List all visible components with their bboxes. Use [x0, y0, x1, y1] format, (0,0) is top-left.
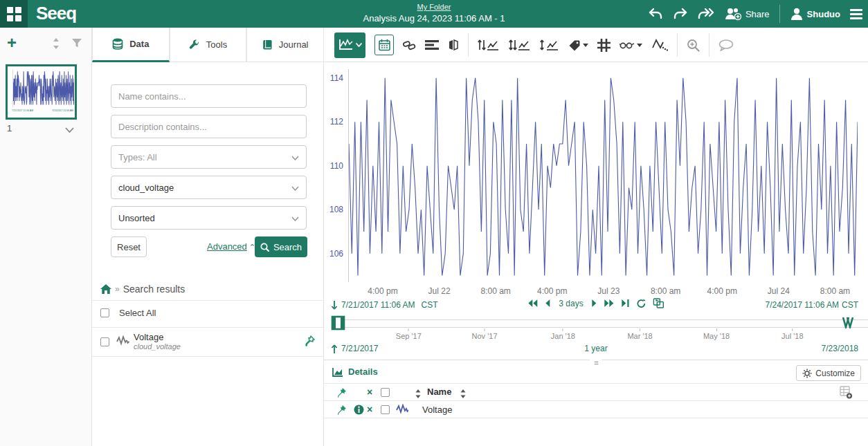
- details-select-all-checkbox[interactable]: [381, 388, 390, 397]
- info-icon[interactable]: [354, 405, 364, 418]
- y-axis-labels[interactable]: 106108110112114: [324, 69, 345, 282]
- compare-view-button[interactable]: [448, 39, 459, 50]
- calendar-icon: [379, 39, 390, 51]
- trend-chart[interactable]: [348, 69, 857, 282]
- tab-tools[interactable]: Tools: [170, 28, 247, 62]
- filter-worksheets-button[interactable]: [71, 38, 82, 52]
- pin-all-icon[interactable]: [336, 387, 347, 401]
- reset-button[interactable]: Reset: [111, 236, 147, 257]
- pin-icon[interactable]: [305, 335, 315, 349]
- chevron-down-icon: [583, 44, 588, 47]
- zoom-in-button[interactable]: [687, 39, 700, 52]
- one-lane-icon: [478, 39, 500, 51]
- calendar-button[interactable]: [374, 35, 394, 55]
- x-tick-label: Jul 22: [428, 286, 451, 296]
- search-button[interactable]: Search: [255, 236, 307, 257]
- add-worksheet-button[interactable]: +: [7, 33, 17, 53]
- home-icon[interactable]: [100, 284, 111, 294]
- labels-button[interactable]: [425, 39, 439, 50]
- remove-icon[interactable]: ×: [367, 404, 372, 415]
- splitter-handle-icon[interactable]: =: [590, 359, 602, 367]
- redo-button[interactable]: [673, 8, 688, 20]
- range-end[interactable]: 7/24/2017 11:06 AMCST: [765, 300, 858, 310]
- toolbar-row: + Data Tools Journal: [0, 28, 868, 62]
- tab-data-label: Data: [129, 39, 149, 49]
- data-search-panel: Types: All cloud_voltage Unsorted Reset …: [92, 62, 324, 446]
- timeline-tick: Nov '17: [472, 328, 498, 340]
- zoom-in-icon: [687, 39, 700, 52]
- panel-splitter[interactable]: =: [324, 360, 868, 360]
- chevron-down-icon: [356, 43, 362, 47]
- tab-journal-label: Journal: [279, 39, 309, 50]
- description-contains-input[interactable]: [111, 115, 307, 138]
- tag-dropdown-button[interactable]: [568, 39, 588, 51]
- pin-icon[interactable]: [336, 405, 347, 418]
- fast-forward-icon: [698, 8, 714, 20]
- chevron-down-icon: [291, 152, 299, 162]
- worksheet-number: 1: [7, 123, 12, 133]
- datasource-select[interactable]: cloud_voltage: [111, 176, 307, 199]
- step-back-full-button[interactable]: [527, 299, 538, 307]
- one-axis-icon: [509, 39, 531, 51]
- details-panel-header: Details: [332, 366, 378, 377]
- signal-icon: [116, 335, 129, 349]
- tab-data[interactable]: Data: [92, 28, 170, 62]
- sort-icon[interactable]: [415, 389, 422, 401]
- sort-worksheets-button[interactable]: [51, 37, 61, 53]
- one-axis-button[interactable]: [509, 39, 531, 51]
- gridlines-button[interactable]: [597, 39, 611, 52]
- link-button[interactable]: [403, 39, 416, 51]
- range-duration[interactable]: 3 days: [559, 299, 583, 308]
- worksheet-thumbnail[interactable]: 7/21/2017 11:06 AM7/24/2017 11:06 AM: [6, 64, 77, 120]
- refresh-button[interactable]: [637, 299, 647, 308]
- name-contains-input[interactable]: [111, 84, 307, 108]
- types-select[interactable]: Types: All: [111, 145, 307, 169]
- fast-forward-button[interactable]: [698, 8, 714, 20]
- details-row-voltage[interactable]: × Voltage: [324, 402, 868, 418]
- add-column-icon[interactable]: [840, 386, 853, 402]
- select-all-checkbox[interactable]: [100, 308, 109, 317]
- one-lane-button[interactable]: [478, 39, 500, 51]
- step-forward-full-button[interactable]: [604, 299, 615, 307]
- x-axis-labels[interactable]: 4:00 pmJul 228:00 am4:00 pmJul 238:00 am…: [348, 286, 857, 297]
- samples-button[interactable]: [651, 39, 668, 51]
- row-checkbox[interactable]: [381, 405, 390, 414]
- undo-button[interactable]: [648, 8, 663, 20]
- user-menu[interactable]: Shuduo: [790, 7, 840, 21]
- hamburger-menu-button[interactable]: [850, 9, 862, 19]
- name-column-header[interactable]: Name: [427, 387, 451, 397]
- step-to-end-button[interactable]: [622, 299, 630, 307]
- share-button[interactable]: Share: [724, 7, 770, 21]
- search-result-row-voltage[interactable]: Voltage cloud_voltage: [92, 328, 323, 356]
- step-back-button[interactable]: [545, 299, 550, 307]
- result-checkbox[interactable]: [100, 337, 109, 346]
- tab-journal[interactable]: Journal: [246, 28, 324, 62]
- sort-order-select[interactable]: Unsorted: [111, 206, 307, 230]
- timeline-track[interactable]: [334, 319, 868, 328]
- timeline-end[interactable]: 7/23/2018: [822, 344, 858, 353]
- trend-view-dropdown-button[interactable]: [334, 32, 365, 58]
- timeline-start[interactable]: 7/21/2017: [331, 344, 378, 353]
- breadcrumb[interactable]: My Folder: [417, 3, 451, 11]
- range-step-controls: 3 days: [527, 298, 664, 308]
- remove-all-icon[interactable]: ×: [367, 387, 372, 398]
- customize-button[interactable]: Customize: [796, 365, 861, 381]
- advanced-link[interactable]: Advanced⌃: [207, 241, 255, 252]
- comment-icon: [718, 39, 734, 51]
- search-button-label: Search: [273, 242, 302, 252]
- dimming-dropdown-button[interactable]: [620, 41, 642, 49]
- range-start[interactable]: 7/21/2017 11:06 AMCST: [331, 300, 438, 310]
- timeline-expand-button[interactable]: [842, 317, 854, 331]
- worksheet-menu-button[interactable]: [65, 123, 74, 136]
- autoscale-button[interactable]: [540, 39, 559, 51]
- tab-tools-label: Tools: [206, 39, 227, 50]
- copy-range-button[interactable]: [653, 298, 664, 308]
- sort-icon[interactable]: [460, 389, 467, 401]
- timeline-tick: Jan '18: [551, 328, 575, 340]
- step-forward-button[interactable]: [592, 299, 597, 307]
- annotate-button[interactable]: [718, 39, 734, 51]
- timeline-duration[interactable]: 1 year: [584, 344, 607, 353]
- chevron-down-icon: [637, 44, 642, 47]
- divider: [324, 383, 868, 384]
- divider: [324, 400, 868, 401]
